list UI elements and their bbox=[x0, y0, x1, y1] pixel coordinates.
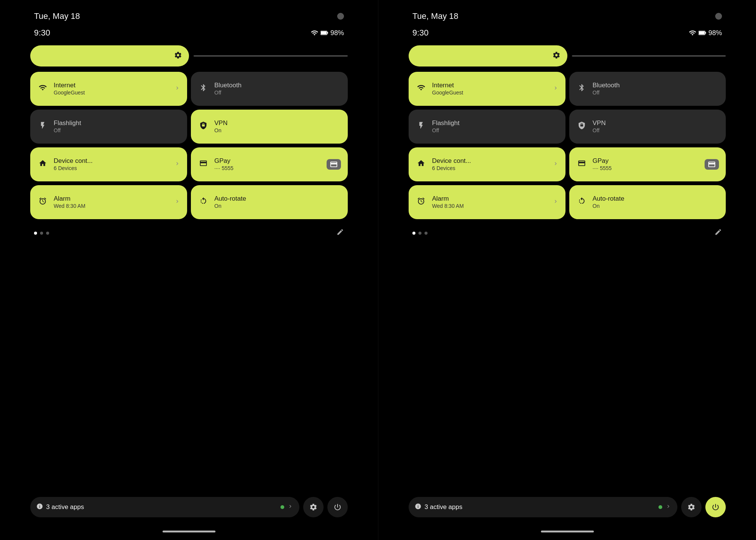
settings-button[interactable] bbox=[303, 497, 324, 517]
tile-text: VPN Off bbox=[593, 119, 719, 133]
tile-subtitle: Wed 8:30 AM bbox=[432, 203, 547, 209]
edit-icon[interactable] bbox=[336, 228, 344, 238]
tile-title: Flashlight bbox=[432, 119, 559, 127]
tile-title: VPN bbox=[593, 119, 719, 127]
tile-internet[interactable]: Internet GoogleGuest bbox=[30, 72, 187, 106]
tile-title: GPay bbox=[593, 157, 700, 165]
tile-alarm[interactable]: Alarm Wed 8:30 AM bbox=[30, 185, 187, 219]
tile-text: Auto-rotate On bbox=[214, 195, 341, 209]
tile-flashlight[interactable]: Flashlight Off bbox=[30, 110, 187, 144]
tile-text: Bluetooth Off bbox=[214, 82, 341, 96]
brightness-pill[interactable] bbox=[409, 45, 567, 67]
svg-rect-6 bbox=[705, 32, 706, 34]
tiles-grid: Internet GoogleGuest Bluetooth Off Flash… bbox=[30, 72, 348, 219]
tile-text: Flashlight Off bbox=[54, 119, 180, 133]
bottom-bar: 3 active apps bbox=[409, 497, 726, 517]
status-time-row: 9:30 98% bbox=[30, 25, 348, 45]
tile-bluetooth[interactable]: Bluetooth Off bbox=[569, 72, 726, 106]
power-button[interactable] bbox=[327, 497, 348, 517]
tile-subtitle: GoogleGuest bbox=[54, 90, 169, 96]
tile-text: Internet GoogleGuest bbox=[432, 82, 547, 96]
tile-icon-bluetooth bbox=[198, 84, 209, 94]
camera-dot bbox=[337, 13, 344, 20]
panel-right: Tue, May 18 9:30 98% Internet GoogleGues… bbox=[378, 0, 756, 540]
page-dot-0[interactable] bbox=[412, 232, 415, 235]
tile-alarm[interactable]: Alarm Wed 8:30 AM bbox=[409, 185, 565, 219]
dots-row bbox=[409, 224, 726, 246]
page-dots[interactable] bbox=[412, 232, 428, 235]
battery-text: 98% bbox=[330, 29, 344, 37]
brightness-row[interactable] bbox=[30, 45, 348, 67]
tile-internet[interactable]: Internet GoogleGuest bbox=[409, 72, 565, 106]
chevron-right-icon[interactable] bbox=[287, 503, 293, 511]
active-apps-pill[interactable]: 3 active apps bbox=[30, 497, 299, 517]
tile-text: Alarm Wed 8:30 AM bbox=[432, 195, 547, 209]
brightness-pill[interactable] bbox=[30, 45, 189, 67]
tile-icon-vpn bbox=[198, 121, 209, 132]
status-date: Tue, May 18 bbox=[34, 11, 80, 21]
active-apps-text: 3 active apps bbox=[424, 503, 655, 511]
page-dot-2[interactable] bbox=[424, 232, 428, 235]
tile-flashlight[interactable]: Flashlight Off bbox=[409, 110, 565, 144]
tile-subtitle: Off bbox=[593, 90, 719, 96]
brightness-slider[interactable] bbox=[194, 55, 348, 57]
tile-icon-device-control bbox=[415, 159, 427, 170]
edit-icon[interactable] bbox=[714, 228, 722, 238]
chevron-right-icon[interactable] bbox=[665, 503, 671, 511]
tile-autorotate[interactable]: Auto-rotate On bbox=[569, 185, 726, 219]
tile-subtitle: ···· 5555 bbox=[214, 165, 321, 172]
tile-title: Flashlight bbox=[54, 119, 180, 127]
tile-icon-gpay bbox=[198, 159, 209, 170]
tile-icon-internet bbox=[415, 84, 427, 94]
page-dot-2[interactable] bbox=[46, 232, 49, 235]
camera-dot bbox=[715, 13, 722, 20]
tile-vpn[interactable]: VPN Off bbox=[569, 110, 726, 144]
gpay-badge bbox=[327, 159, 341, 170]
tile-icon-vpn bbox=[576, 121, 587, 132]
tile-subtitle: Wed 8:30 AM bbox=[54, 203, 169, 209]
tile-gpay[interactable]: GPay ···· 5555 bbox=[569, 147, 726, 181]
tile-subtitle: Off bbox=[214, 90, 341, 96]
tile-text: Flashlight Off bbox=[432, 119, 559, 133]
tile-device-control[interactable]: Device cont... 6 Devices bbox=[409, 147, 565, 181]
page-dot-1[interactable] bbox=[40, 232, 43, 235]
tile-text: Device cont... 6 Devices bbox=[54, 157, 169, 171]
settings-button[interactable] bbox=[681, 497, 702, 517]
tile-gpay[interactable]: GPay ···· 5555 bbox=[191, 147, 348, 181]
home-indicator bbox=[163, 531, 215, 532]
power-button[interactable] bbox=[705, 497, 726, 517]
tile-icon-flashlight bbox=[415, 121, 427, 132]
active-apps-pill[interactable]: 3 active apps bbox=[409, 497, 677, 517]
info-icon bbox=[36, 503, 43, 511]
tile-title: Alarm bbox=[54, 195, 169, 203]
tile-vpn[interactable]: VPN On bbox=[191, 110, 348, 144]
bottom-bar: 3 active apps bbox=[30, 497, 348, 517]
tile-chevron bbox=[553, 198, 559, 206]
tile-autorotate[interactable]: Auto-rotate On bbox=[191, 185, 348, 219]
tile-title: Bluetooth bbox=[214, 82, 341, 89]
tile-subtitle: 6 Devices bbox=[432, 165, 547, 172]
green-dot bbox=[280, 505, 284, 509]
tile-title: Internet bbox=[54, 82, 169, 89]
tile-icon-flashlight bbox=[37, 121, 48, 132]
tile-chevron bbox=[174, 161, 180, 169]
tile-bluetooth[interactable]: Bluetooth Off bbox=[191, 72, 348, 106]
page-dots[interactable] bbox=[34, 232, 49, 235]
brightness-row[interactable] bbox=[409, 45, 726, 67]
tile-chevron bbox=[553, 85, 559, 93]
tile-text: Bluetooth Off bbox=[593, 82, 719, 96]
tile-icon-bluetooth bbox=[576, 84, 587, 94]
tile-subtitle: Off bbox=[593, 127, 719, 134]
page-dot-1[interactable] bbox=[418, 232, 421, 235]
brightness-slider[interactable] bbox=[572, 55, 726, 57]
status-bar: Tue, May 18 bbox=[30, 0, 348, 25]
svg-rect-7 bbox=[699, 31, 705, 34]
page-dot-0[interactable] bbox=[34, 232, 37, 235]
tile-text: Alarm Wed 8:30 AM bbox=[54, 195, 169, 209]
tile-subtitle: 6 Devices bbox=[54, 165, 169, 172]
status-time: 9:30 bbox=[34, 28, 50, 38]
tile-text: GPay ···· 5555 bbox=[593, 157, 700, 171]
tile-device-control[interactable]: Device cont... 6 Devices bbox=[30, 147, 187, 181]
status-icons: 98% bbox=[311, 29, 344, 37]
tile-subtitle: Off bbox=[54, 127, 180, 134]
